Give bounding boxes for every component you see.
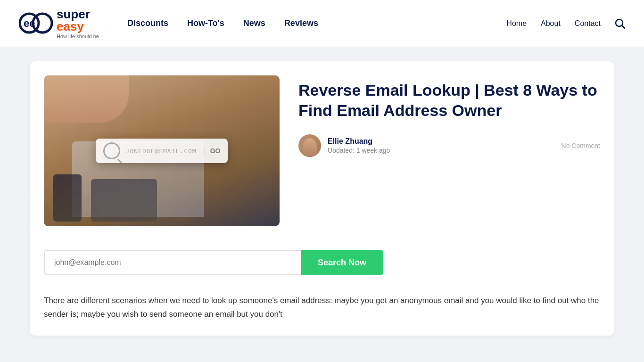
content-wrapper: JONEDOE@EMAIL.COM GO Reverse Email Looku… — [16, 61, 628, 336]
author-row: Ellie Zhuang Updated: 1 week ago No Comm… — [298, 134, 600, 157]
article-intro-text: There are different scenarios when we ne… — [44, 294, 600, 321]
nav-reviews[interactable]: Reviews — [284, 18, 318, 28]
email-search-section: Search Now — [44, 250, 383, 275]
svg-line-4 — [622, 25, 625, 28]
svg-point-1 — [33, 14, 52, 33]
author-avatar — [298, 134, 321, 157]
article-body: There are different scenarios when we ne… — [44, 294, 600, 321]
main-nav: Discounts How-To's News Reviews — [127, 18, 506, 28]
nav-news[interactable]: News — [243, 18, 265, 28]
nav-howtos[interactable]: How-To's — [187, 18, 224, 28]
header-about-link[interactable]: About — [541, 19, 561, 28]
article-image: JONEDOE@EMAIL.COM GO — [44, 75, 280, 226]
header-contact-link[interactable]: Contact — [575, 19, 601, 28]
image-go-label: GO — [210, 147, 221, 155]
header-right: Home About Contact — [506, 18, 625, 29]
nav-discounts[interactable]: Discounts — [127, 18, 168, 28]
header-home-link[interactable]: Home — [506, 19, 527, 28]
svg-text:ee: ee — [24, 17, 35, 29]
author-details: Ellie Zhuang Updated: 1 week ago — [328, 137, 390, 154]
image-search-circle — [103, 142, 120, 159]
header-search-button[interactable] — [615, 18, 625, 29]
image-search-overlay: JONEDOE@EMAIL.COM GO — [96, 139, 228, 163]
article-card: JONEDOE@EMAIL.COM GO Reverse Email Looku… — [30, 61, 614, 336]
search-icon — [615, 18, 625, 29]
article-title: Reverse Email Lookup | Best 8 Ways to Fi… — [298, 80, 600, 120]
logo-link[interactable]: ee supereasy How life should be — [19, 8, 99, 39]
image-email-text: JONEDOE@EMAIL.COM — [126, 148, 205, 155]
article-header: JONEDOE@EMAIL.COM GO Reverse Email Looku… — [44, 75, 600, 226]
logo-text: supereasy How life should be — [57, 8, 99, 39]
author-updated: Updated: 1 week ago — [328, 147, 390, 154]
article-meta: Reverse Email Lookup | Best 8 Ways to Fi… — [298, 75, 600, 157]
site-header: ee supereasy How life should be Discount… — [0, 0, 644, 47]
logo-icon: ee — [19, 8, 53, 39]
author-info: Ellie Zhuang Updated: 1 week ago — [298, 134, 390, 157]
author-name: Ellie Zhuang — [328, 137, 390, 146]
search-now-button[interactable]: Search Now — [301, 250, 383, 275]
no-comment-label: No Comment — [561, 142, 600, 149]
logo-brand: supereasy — [57, 8, 99, 33]
email-search-input[interactable] — [44, 250, 301, 275]
logo-tagline: How life should be — [57, 33, 99, 39]
